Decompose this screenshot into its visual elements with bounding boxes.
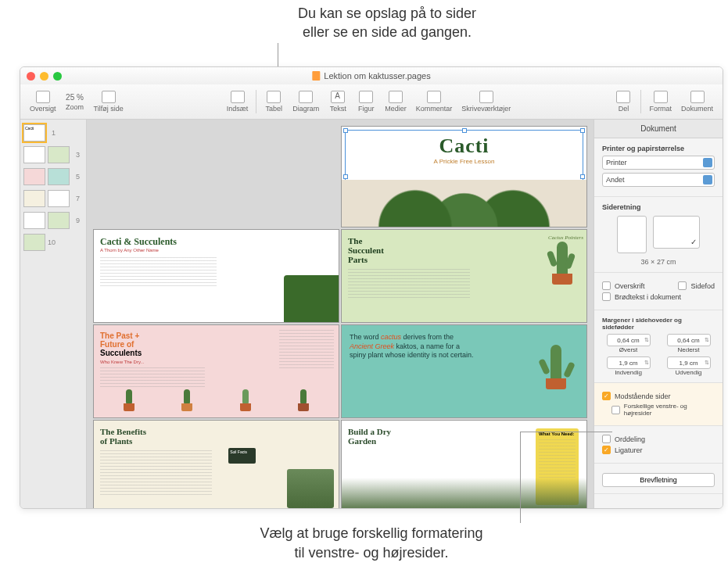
page-subtitle: A Thorn by Any Other Name — [100, 248, 332, 253]
orientation-portrait[interactable] — [617, 216, 647, 253]
document-icon — [312, 71, 320, 81]
zoom-icon[interactable] — [53, 72, 62, 81]
media-icon — [389, 91, 403, 103]
chart-icon — [299, 91, 313, 103]
text-button[interactable]: Tekst — [324, 89, 352, 114]
collab-icon — [479, 91, 493, 103]
orientation-landscape[interactable]: ✓ — [653, 216, 700, 249]
traffic-lights — [27, 72, 62, 81]
margin-top-stepper[interactable]: 0,64 cm — [607, 334, 651, 346]
page-1[interactable]: Cacti A Prickle Free Lesson — [341, 126, 587, 227]
minimize-icon[interactable] — [40, 72, 48, 81]
insert-icon — [231, 91, 245, 103]
document-button[interactable]: Dokument — [676, 89, 718, 114]
margin-inner-stepper[interactable]: 1,9 cm — [607, 356, 651, 369]
different-lr-checkbox[interactable] — [611, 406, 620, 414]
orientation-label: Sideretning — [602, 203, 715, 211]
page-6[interactable]: The Benefits of Plants Soil Facts — [93, 420, 339, 508]
table-icon — [267, 91, 281, 103]
media-button[interactable]: Medier — [380, 89, 411, 114]
plants-image — [342, 478, 586, 508]
printer-select[interactable]: Printer — [602, 156, 715, 170]
page-5[interactable]: The word cactus derives from the Ancient… — [341, 324, 587, 418]
canvas[interactable]: Cacti A Prickle Free Lesson Cacti & Succ… — [87, 120, 594, 508]
shape-button[interactable]: Figur — [352, 89, 380, 114]
plant-image — [287, 469, 334, 508]
comment-button[interactable]: Kommentar — [411, 89, 457, 114]
zoom-menu[interactable]: 25 %Zoom — [61, 91, 89, 113]
sidebar-title: Cactus Pointers — [548, 235, 583, 241]
format-icon — [654, 91, 668, 103]
inspector-header: Dokument — [594, 120, 723, 138]
close-icon[interactable] — [27, 72, 35, 81]
page-3[interactable]: The Succulent Parts Cactus Pointers — [341, 229, 587, 323]
page-title: The Succulent Parts — [348, 236, 470, 264]
margin-outer-stepper[interactable]: 1,9 cm — [667, 356, 711, 369]
hyphenation-checkbox[interactable] — [602, 435, 611, 443]
facing-pages-checkbox[interactable]: ✓ — [602, 392, 611, 400]
footer-checkbox[interactable] — [678, 281, 687, 290]
page-4[interactable]: The Past + Future of Succulents Who Knew… — [93, 324, 339, 418]
thumb-4[interactable] — [23, 168, 45, 185]
callout-line — [520, 432, 521, 523]
thumb-10[interactable] — [23, 234, 45, 251]
paper-select[interactable]: Andet — [602, 173, 715, 187]
margin-bottom-stepper[interactable]: 0,64 cm — [667, 334, 711, 346]
thumb-6[interactable] — [23, 190, 45, 207]
thumb-9[interactable] — [48, 212, 70, 229]
collab-button[interactable]: Skriveværktøjer — [457, 89, 515, 114]
window-title: Lektion om kaktusser.pages — [324, 71, 430, 81]
page-title: Cacti & Succulents — [100, 236, 332, 248]
thumb-3[interactable] — [48, 146, 70, 163]
thumb-1[interactable]: Cacti — [23, 124, 45, 142]
thumb-8[interactable] — [23, 212, 45, 229]
add-page-button[interactable]: Tilføj side — [89, 89, 128, 114]
thumb-2[interactable] — [23, 146, 45, 163]
page-thumbnails: Cacti1 3 5 7 9 10 — [20, 120, 87, 508]
body-text — [100, 450, 212, 497]
format-button[interactable]: Format — [644, 89, 676, 114]
app-window: Lektion om kaktusser.pages Oversigt 25 %… — [20, 66, 723, 509]
thumb-5[interactable] — [48, 168, 70, 185]
check-icon: ✓ — [690, 238, 697, 246]
chart-button[interactable]: Diagram — [288, 89, 324, 114]
body-text — [348, 269, 470, 300]
page-7[interactable]: Build a Dry Garden What You Need: — [341, 420, 587, 508]
shape-icon — [359, 91, 373, 103]
text-icon — [331, 91, 345, 103]
table-button[interactable]: Tabel — [260, 89, 288, 114]
view-button[interactable]: Oversigt — [25, 89, 61, 114]
cactus-image — [284, 275, 339, 322]
share-icon — [616, 91, 630, 103]
callout-bottom: Vælg at bruge forskellig formatering til… — [207, 524, 536, 562]
thumb-7[interactable] — [48, 190, 70, 207]
view-icon — [36, 91, 50, 103]
page-title: The Benefits of Plants — [100, 427, 332, 446]
page-2[interactable]: Cacti & Succulents A Thorn by Any Other … — [93, 229, 339, 323]
header-checkbox[interactable] — [602, 281, 611, 290]
page-size: 36 × 27 cm — [602, 258, 715, 266]
body-text — [100, 257, 217, 288]
comment-icon — [427, 91, 441, 103]
cactus-image — [342, 180, 586, 227]
cactus-illustration — [547, 242, 575, 285]
printer-section-label: Printer og papirstørrelse — [602, 145, 715, 152]
toolbar: Oversigt 25 %Zoom Tilføj side Indsæt Tab… — [20, 84, 723, 120]
callout-line — [520, 432, 612, 432]
add-page-icon — [102, 91, 116, 103]
callout-top: Du kan se opslag på to sider eller se en… — [258, 4, 516, 42]
margins-label: Margener i sidehoveder og sidefødder — [602, 317, 715, 331]
document-panel-icon — [690, 91, 705, 103]
bodytext-checkbox[interactable] — [602, 292, 611, 301]
insert-button[interactable]: Indsæt — [222, 89, 253, 114]
titlebar: Lektion om kaktusser.pages — [20, 67, 723, 84]
inspector-panel: Dokument Printer og papirstørrelse Print… — [594, 120, 723, 508]
quote-text: The word cactus derives from the Ancient… — [350, 333, 475, 410]
share-button[interactable]: Del — [609, 89, 637, 114]
cactus-illustration — [541, 345, 572, 388]
cactus-row — [100, 384, 332, 411]
side-text — [279, 330, 334, 373]
ligatures-checkbox[interactable]: ✓ — [602, 446, 611, 454]
mailmerge-button[interactable]: Brevfletning — [602, 473, 715, 487]
info-box: Soil Facts — [228, 448, 256, 464]
